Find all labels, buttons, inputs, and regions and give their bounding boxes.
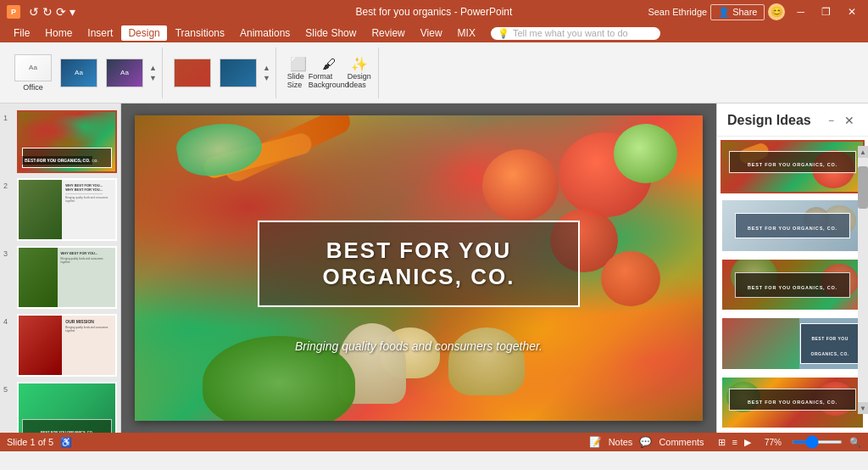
user-name: Sean Ethridge [648, 7, 707, 17]
main-content: 1 BEST FOR YOU ORGANICS, CO. 2 WHY BEST … [0, 104, 868, 433]
themes-more[interactable]: ▲▼ [149, 64, 157, 82]
slide-3-text: WHY BEST FOR YOU... Bringing quality foo… [58, 248, 115, 307]
slide-title-box[interactable]: BEST FOR YOU ORGANICS, CO. [258, 221, 580, 307]
zoom-in-icon[interactable]: 🔍 [849, 437, 861, 448]
tab-insert[interactable]: Insert [81, 25, 120, 41]
tab-slideshow[interactable]: Slide Show [298, 25, 363, 41]
variants-more[interactable]: ▲▼ [263, 64, 270, 82]
tell-me-placeholder: Tell me what you want to do [513, 28, 628, 38]
tab-file[interactable]: File [7, 25, 36, 41]
user-area: Sean Ethridge 👤 Share 😊 [648, 3, 785, 20]
variant-btn-2[interactable] [217, 52, 259, 94]
restore-button[interactable]: ❐ [816, 6, 836, 18]
comments-label[interactable]: Comments [659, 437, 704, 447]
slide-canvas[interactable]: BEST FOR YOU ORGANICS, CO. Bringing qual… [135, 115, 703, 421]
design-scrollbar[interactable]: ▲ ▼ [858, 146, 868, 414]
scroll-track [858, 158, 868, 402]
redo-icon[interactable]: ↻ [42, 5, 53, 19]
themes-group: Aa Office Aa Aa ▲▼ [7, 48, 163, 98]
slide-thumbnail-5[interactable]: 5 BEST FOR YOU ORGANICS, CO. [3, 382, 117, 433]
tab-home[interactable]: Home [38, 25, 79, 41]
theme-btn-1[interactable]: Aa Office [12, 52, 54, 94]
slide-thumbnail-4[interactable]: 4 OUR MISSION Bringing quality foods and… [3, 314, 117, 377]
slide-num-4: 4 [3, 317, 14, 326]
slide-num-3: 3 [3, 249, 14, 258]
slide-thumbnail-3[interactable]: 3 WHY BEST FOR YOU... Bringing quality f… [3, 246, 117, 309]
slide-2-container: WHY BEST FOR YOU... Bringing quality foo… [17, 178, 117, 241]
view-outline-icon[interactable]: ≡ [732, 437, 737, 447]
status-bar: Slide 1 of 5 ♿ 📝 Notes 💬 Comments ⊞ ≡ ▶ … [0, 433, 868, 451]
customize-icon[interactable]: ▾ [70, 5, 75, 19]
di-2-label: BEST FOR YOU ORGANICS, CO. [748, 226, 837, 231]
theme-btn-3[interactable]: Aa [103, 52, 146, 94]
minimize-button[interactable]: ─ [792, 6, 810, 18]
slide-3-preview: WHY BEST FOR YOU... Bringing quality foo… [19, 248, 115, 307]
notes-btn[interactable]: 📝 [589, 436, 602, 448]
slide-num-5: 5 [3, 385, 14, 394]
slide-panel: 1 BEST FOR YOU ORGANICS, CO. 2 WHY BEST … [0, 104, 121, 433]
tab-view[interactable]: View [414, 25, 449, 41]
di-1-label: BEST FOR YOU ORGANICS, CO. [748, 162, 837, 167]
slide-1-container: BEST FOR YOU ORGANICS, CO. [17, 110, 117, 173]
scroll-thumb[interactable] [858, 166, 868, 209]
tab-mix[interactable]: MIX [451, 25, 482, 41]
design-idea-2[interactable]: BEST FOR YOU ORGANICS, CO. [721, 199, 865, 252]
design-idea-5[interactable]: BEST FOR YOU ORGANICS, CO. [721, 376, 865, 429]
slide-4-image [19, 316, 62, 375]
view-slideshow-icon[interactable]: ▶ [744, 437, 751, 448]
avatar: 😊 [768, 3, 785, 20]
titlebar-left: P ↺ ↻ ⟳ ▾ [7, 5, 75, 19]
zoom-slider[interactable] [792, 440, 843, 444]
zoom-level: 77% [765, 438, 782, 447]
slide-1-preview: BEST FOR YOU ORGANICS, CO. [19, 112, 115, 171]
slide-4-text: OUR MISSION Bringing quality foods and c… [62, 316, 115, 375]
statusbar-left: Slide 1 of 5 ♿ [7, 437, 72, 448]
slide-thumbnail-1[interactable]: 1 BEST FOR YOU ORGANICS, CO. [3, 110, 117, 173]
design-idea-4[interactable]: BEST FOR YOU ORGANICS, CO. [721, 316, 865, 370]
tell-me-bar[interactable]: 💡 Tell me what you want to do [491, 27, 660, 40]
slide-edit-area: BEST FOR YOU ORGANICS, CO. Bringing qual… [121, 104, 716, 433]
tab-review[interactable]: Review [364, 25, 411, 41]
app-title: Best for you organics - PowerPoint [356, 6, 513, 18]
notes-label[interactable]: Notes [609, 437, 633, 447]
share-icon: 👤 [718, 7, 730, 18]
design-idea-1[interactable]: BEST FOR YOU ORGANICS, CO. [721, 140, 865, 193]
statusbar-right: 📝 Notes 💬 Comments ⊞ ≡ ▶ 77% 🔍 [589, 436, 861, 448]
di-5-label: BEST FOR YOU ORGANICS, CO. [748, 400, 837, 405]
format-background-btn[interactable]: 🖌 Format Background [315, 52, 342, 94]
accessibility-icon: ♿ [60, 437, 72, 448]
theme-btn-2[interactable]: Aa [58, 52, 100, 94]
tab-animations[interactable]: Animations [233, 25, 297, 41]
comments-btn[interactable]: 💬 [639, 436, 652, 448]
slide-5-container: BEST FOR YOU ORGANICS, CO. [17, 382, 117, 433]
slide-3-image [19, 248, 58, 307]
slide-5-preview: BEST FOR YOU ORGANICS, CO. [19, 383, 115, 433]
slide-4-container: OUR MISSION Bringing quality foods and c… [17, 314, 117, 377]
variants-group: ▲▼ [166, 48, 276, 98]
slide-subtitle[interactable]: Bringing quality foods and consumers tog… [135, 339, 703, 353]
app-icon: P [7, 5, 20, 19]
window-controls: ─ ❐ ✕ [792, 6, 861, 18]
slide-thumbnail-2[interactable]: 2 WHY BEST FOR YOU... Bringing quality f… [3, 178, 117, 241]
lightbulb-icon: 💡 [498, 28, 509, 39]
repeat-icon[interactable]: ⟳ [56, 5, 66, 19]
slide-num-1: 1 [3, 114, 14, 122]
title-bar: P ↺ ↻ ⟳ ▾ Best for you organics - PowerP… [0, 0, 868, 24]
design-idea-3[interactable]: BEST FOR YOU ORGANICS, CO. [721, 258, 865, 311]
close-button[interactable]: ✕ [843, 6, 861, 18]
slide-info: Slide 1 of 5 [7, 437, 53, 447]
design-panel-close-btn[interactable]: ✕ [841, 112, 858, 129]
design-ideas-btn[interactable]: ✨ Design Ideas [346, 52, 373, 94]
scroll-up-btn[interactable]: ▲ [858, 146, 868, 158]
slide-num-2: 2 [3, 182, 14, 190]
share-button[interactable]: 👤 Share [710, 4, 765, 20]
variant-btn-1[interactable] [171, 52, 214, 94]
view-normal-icon[interactable]: ⊞ [718, 437, 726, 448]
scroll-down-btn[interactable]: ▼ [858, 402, 868, 414]
design-panel-collapse-btn[interactable]: − [825, 113, 837, 128]
tab-transitions[interactable]: Transitions [169, 25, 231, 41]
slide-2-preview: WHY BEST FOR YOU... Bringing quality foo… [19, 180, 115, 239]
tab-design[interactable]: Design [121, 25, 166, 41]
slide-4-preview: OUR MISSION Bringing quality foods and c… [19, 316, 115, 375]
undo-icon[interactable]: ↺ [29, 5, 39, 19]
